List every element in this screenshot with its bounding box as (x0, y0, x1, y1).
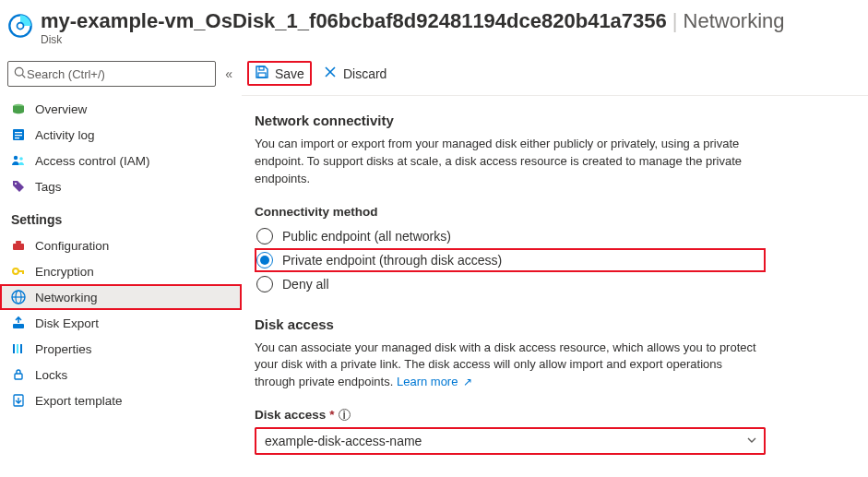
svg-rect-13 (16, 241, 21, 244)
svg-point-2 (15, 67, 23, 76)
nav-label: Configuration (35, 239, 109, 253)
svg-rect-26 (259, 66, 264, 70)
sidebar-item-overview[interactable]: Overview (0, 96, 242, 122)
sidebar-item-networking[interactable]: Networking (0, 284, 242, 310)
nav-label: Access control (IAM) (35, 154, 150, 168)
save-button[interactable]: Save (247, 61, 312, 86)
nav-label: Export template (35, 394, 123, 408)
svg-point-10 (19, 157, 23, 161)
nav-label: Locks (35, 368, 67, 382)
svg-point-11 (15, 183, 17, 185)
svg-rect-7 (15, 135, 22, 136)
iam-icon (11, 153, 26, 168)
toolbox-icon (11, 238, 26, 253)
sidebar-item-encryption[interactable]: Encryption (0, 258, 242, 284)
sidebar-item-tags[interactable]: Tags (0, 173, 242, 199)
disk-icon (11, 101, 26, 116)
radio-label: Public endpoint (all networks) (282, 229, 451, 244)
learn-more-link[interactable]: Learn more ↗ (397, 375, 472, 388)
svg-rect-24 (15, 374, 22, 379)
disk-access-title: Disk access (255, 316, 766, 332)
nav-label: Overview (35, 102, 87, 116)
nav-label: Encryption (35, 265, 94, 279)
key-icon (11, 264, 26, 279)
learn-more-text: Learn more (397, 375, 458, 388)
export-icon (11, 316, 26, 330)
svg-point-14 (13, 268, 18, 274)
nav-label: Networking (35, 291, 98, 304)
disk-access-field-label: Disk access * i (255, 408, 766, 422)
properties-icon (11, 341, 26, 356)
info-icon[interactable]: i (339, 409, 351, 421)
radio-deny-all[interactable]: Deny all (255, 272, 766, 296)
lock-icon (11, 367, 26, 382)
collapse-sidebar-button[interactable]: « (223, 66, 234, 81)
sidebar-item-properties[interactable]: Properties (0, 336, 242, 362)
svg-rect-21 (13, 344, 15, 353)
nav-label: Activity log (35, 128, 95, 142)
sidebar-item-disk-export[interactable]: Disk Export (0, 310, 242, 336)
svg-rect-16 (22, 270, 24, 274)
sidebar-item-export-template[interactable]: Export template (0, 388, 242, 413)
radio-icon (256, 252, 273, 268)
network-icon (11, 290, 26, 304)
sidebar-item-locks[interactable]: Locks (0, 362, 242, 388)
search-icon (14, 66, 27, 82)
radio-public-endpoint[interactable]: Public endpoint (all networks) (255, 224, 766, 248)
radio-icon (256, 276, 273, 292)
radio-icon (256, 228, 273, 244)
page-header: my-example-vm_OsDisk_1_f06bcbaf8d9248119… (0, 0, 868, 52)
required-indicator: * (329, 408, 334, 422)
svg-line-3 (22, 75, 25, 78)
svg-rect-22 (17, 344, 18, 353)
resource-name: my-example-vm_OsDisk_1_f06bcbaf8d9248119… (41, 9, 667, 33)
discard-icon (323, 65, 338, 82)
log-icon (11, 127, 26, 142)
disk-access-label-text: Disk access (255, 408, 326, 422)
disk-access-desc-text: You can associate your managed disk with… (255, 340, 756, 389)
sidebar-item-configuration[interactable]: Configuration (0, 233, 242, 258)
discard-label: Discard (343, 66, 386, 81)
toolbar: Save Discard (242, 52, 868, 96)
svg-rect-6 (15, 132, 22, 133)
svg-rect-12 (13, 244, 24, 250)
resource-type: Disk (41, 33, 855, 46)
nav-label: Disk Export (35, 316, 99, 330)
svg-rect-23 (20, 344, 22, 353)
connectivity-method-group: Public endpoint (all networks) Private e… (255, 224, 766, 296)
svg-rect-20 (13, 324, 24, 328)
svg-point-1 (18, 23, 24, 30)
settings-heading: Settings (0, 199, 242, 233)
disk-access-desc: You can associate your managed disk with… (255, 340, 766, 392)
svg-point-9 (14, 156, 18, 160)
network-connectivity-desc: You can import or export from your manag… (255, 136, 766, 188)
section-name: Networking (684, 9, 785, 33)
tag-icon (11, 179, 26, 194)
dropdown-selected-value: example-disk-access-name (265, 434, 422, 448)
radio-private-endpoint[interactable]: Private endpoint (through disk access) (255, 248, 766, 272)
save-icon (255, 65, 269, 82)
search-input[interactable] (27, 67, 209, 81)
title-separator: | (672, 9, 678, 33)
nav-label: Properties (35, 342, 92, 356)
chevron-down-icon (746, 434, 757, 448)
discard-button[interactable]: Discard (315, 61, 394, 86)
main-pane: Save Discard Network connectivity You ca… (242, 52, 868, 475)
network-connectivity-title: Network connectivity (255, 113, 766, 128)
svg-rect-8 (15, 137, 19, 138)
template-icon (11, 393, 26, 408)
sidebar: « Overview Activity log Access control (… (0, 52, 242, 475)
nav-label: Tags (35, 180, 62, 194)
external-link-icon: ↗ (463, 376, 472, 388)
connectivity-method-label: Connectivity method (255, 205, 766, 219)
sidebar-search[interactable] (7, 61, 216, 87)
sidebar-item-activity-log[interactable]: Activity log (0, 122, 242, 148)
radio-label: Deny all (282, 277, 329, 292)
disk-access-dropdown[interactable]: example-disk-access-name (255, 427, 766, 455)
radio-label: Private endpoint (through disk access) (282, 253, 502, 268)
sidebar-item-access-control[interactable]: Access control (IAM) (0, 148, 242, 173)
disk-resource-icon (7, 13, 33, 39)
save-label: Save (275, 66, 304, 81)
svg-rect-27 (258, 73, 266, 78)
